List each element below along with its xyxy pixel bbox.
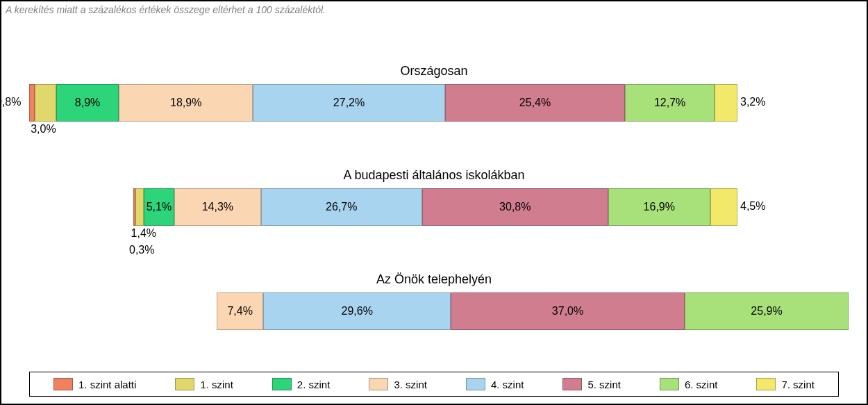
chart-row: Az Önök telephelyén7,4%29,6%37,0%25,9% [1,272,867,377]
row-title: Országosan [1,64,867,78]
bar-segment [710,188,737,226]
bar-segment [29,84,35,122]
bar-segment: 8,9% [56,84,119,122]
segment-label: 30,8% [499,201,531,213]
segment-label: 14,3% [202,201,233,213]
segment-label: 37,0% [552,305,583,317]
legend-label: 1. szint alatti [78,379,136,390]
segment-label: 25,4% [519,97,551,109]
legend: 1. szint alatti1. szint2. szint3. szint4… [29,372,839,397]
chart-area: Országosan0,8%3,0%3,2%8,9%18,9%27,2%25,4… [1,64,867,377]
stacked-bar: 5,1%14,3%26,7%30,8%16,9% [133,188,737,226]
bar-segment: 14,3% [174,188,260,226]
segment-label: 16,9% [644,201,675,213]
bar-segment: 29,6% [263,292,451,330]
legend-swatch [53,378,73,390]
segment-label: 12,7% [654,97,685,109]
bar-segment: 16,9% [608,188,710,226]
legend-label: 3. szint [394,379,427,390]
segment-label: 26,7% [326,201,357,213]
chart-row: Országosan0,8%3,0%3,2%8,9%18,9%27,2%25,4… [1,64,867,168]
segment-label-external: 3,0% [31,123,56,135]
chart-row: A budapesti általános iskolákban0,3%1,4%… [1,168,867,272]
bar-segment: 26,7% [261,188,422,226]
bar-segment: 30,8% [422,188,608,226]
segment-label-external: 3,2% [740,96,765,108]
bar-wrap: 0,3%1,4%4,5%5,1%14,3%26,7%30,8%16,9% [1,188,867,251]
footnote-text: A kerekítés miatt a százalékos értékek ö… [6,4,326,15]
legend-swatch [756,378,776,390]
bar-segment [35,84,56,122]
legend-swatch [175,378,194,390]
legend-label: 6. szint [685,379,718,390]
legend-item: 6. szint [660,378,718,390]
segment-label-external: 1,4% [131,227,156,240]
legend-item: 5. szint [562,378,621,390]
bar-segment [135,188,144,226]
legend-item: 3. szint [369,378,427,390]
segment-label-external: 0,3% [129,244,154,256]
legend-item: 1. szint alatti [53,378,136,390]
legend-label: 2. szint [297,379,331,390]
segment-label-external: 0,8% [0,96,21,108]
legend-swatch [562,378,582,390]
segment-label: 18,9% [170,97,201,109]
legend-label: 5. szint [587,379,621,390]
stacked-bar: 8,9%18,9%27,2%25,4%12,7% [29,84,737,122]
segment-label: 5,1% [147,201,172,213]
bar-wrap: 0,8%3,0%3,2%8,9%18,9%27,2%25,4%12,7% [1,84,867,147]
row-title: Az Önök telephelyén [1,272,867,287]
bar-segment: 27,2% [253,84,445,122]
bar-segment: 12,7% [625,84,715,122]
stacked-bar: 7,4%29,6%37,0%25,9% [217,292,849,330]
legend-item: 1. szint [175,378,233,390]
segment-label: 8,9% [75,97,100,109]
legend-label: 1. szint [200,379,233,390]
legend-item: 4. szint [466,378,524,390]
bar-segment: 5,1% [144,188,174,226]
segment-label: 25,9% [751,305,782,317]
bar-segment: 7,4% [217,292,263,330]
legend-item: 7. szint [756,378,815,390]
row-title: A budapesti általános iskolákban [1,168,867,183]
legend-swatch [369,378,388,390]
bar-segment [715,84,737,122]
legend-swatch [466,378,485,390]
legend-swatch [660,378,679,390]
chart-frame: A kerekítés miatt a százalékos értékek ö… [0,0,868,405]
bar-segment: 25,9% [685,292,849,330]
segment-label-external: 4,5% [740,200,765,213]
legend-label: 4. szint [491,379,524,390]
segment-label: 7,4% [227,305,252,317]
bar-segment: 18,9% [119,84,253,122]
bar-segment: 25,4% [445,84,625,122]
segment-label: 29,6% [342,305,373,317]
segment-label: 27,2% [333,97,365,109]
bar-segment: 37,0% [451,292,685,330]
bar-wrap: 7,4%29,6%37,0%25,9% [1,292,867,355]
legend-label: 7. szint [781,379,815,390]
legend-swatch [272,378,292,390]
legend-item: 2. szint [272,378,331,390]
